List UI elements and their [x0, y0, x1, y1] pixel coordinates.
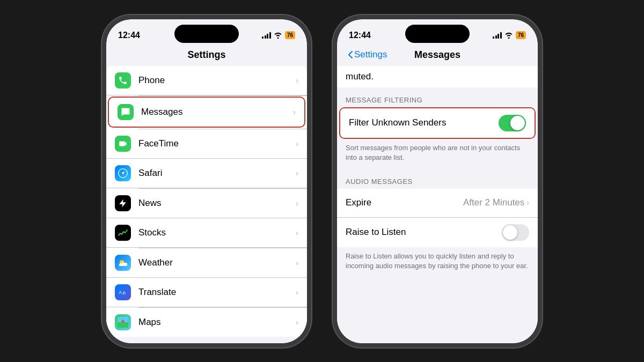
translate-chevron: › [296, 288, 298, 297]
muted-text: muted. [346, 71, 374, 82]
safari-icon [115, 165, 131, 181]
stocks-chevron: › [296, 228, 298, 237]
raise-to-listen-toggle[interactable] [502, 224, 529, 241]
maps-label: Maps [138, 317, 296, 328]
phone-chevron: › [296, 76, 298, 85]
expire-label: Expire [346, 197, 463, 208]
back-button[interactable]: Settings [348, 49, 387, 60]
news-label: News [138, 198, 296, 209]
signal-icon [262, 32, 271, 39]
settings-header: Settings [106, 47, 307, 66]
filter-unknown-row[interactable]: Filter Unknown Senders [340, 108, 535, 138]
settings-item-safari[interactable]: Safari › [106, 159, 307, 188]
facetime-label: FaceTime [138, 138, 296, 149]
wifi-icon [274, 32, 282, 39]
messages-icon [118, 104, 134, 120]
messages-settings-list: muted. MESSAGE FILTERING Filter Unknown … [337, 66, 538, 343]
phone-icon [115, 72, 131, 88]
message-filtering-header: MESSAGE FILTERING [337, 87, 538, 107]
settings-item-maps[interactable]: Maps › [106, 308, 307, 337]
weather-icon [115, 255, 131, 271]
right-phone: 12:44 76 Settings Messages m [333, 15, 542, 348]
weather-chevron: › [296, 258, 298, 267]
messages-chevron: › [293, 108, 296, 116]
dynamic-island-left [174, 25, 239, 43]
filter-unknown-toggle[interactable] [499, 115, 526, 131]
weather-label: Weather [138, 257, 296, 268]
muted-row: muted. [337, 66, 538, 87]
svg-text:あ: あ [122, 291, 126, 295]
safari-label: Safari [138, 168, 296, 179]
news-icon [115, 195, 131, 211]
status-icons-right: 76 [493, 31, 526, 39]
svg-text:A: A [119, 290, 122, 295]
settings-list: Phone › Messages › [106, 66, 307, 343]
time-left: 12:44 [118, 31, 140, 40]
signal-icon-right [493, 32, 502, 39]
messages-label: Messages [141, 107, 293, 117]
stocks-label: Stocks [138, 227, 296, 238]
back-label: Settings [354, 49, 387, 60]
news-chevron: › [296, 199, 298, 208]
messages-title: Messages [414, 49, 460, 61]
status-icons-left: 76 [262, 31, 295, 39]
settings-item-phone[interactable]: Phone › [106, 66, 307, 95]
battery-left: 76 [285, 31, 295, 39]
svg-rect-5 [118, 322, 128, 328]
facetime-icon [115, 136, 131, 152]
expire-chevron: › [526, 198, 529, 207]
expire-value: After 2 Minutes › [463, 197, 529, 208]
filter-description: Sort messages from people who are not in… [337, 139, 538, 169]
settings-item-weather[interactable]: Weather › [106, 248, 307, 278]
translate-icon: Aあ [115, 284, 131, 300]
dynamic-island-right [405, 25, 470, 43]
left-phone: 12:44 76 Settings [102, 15, 311, 348]
right-screen: 12:44 76 Settings Messages m [337, 19, 538, 343]
facetime-chevron: › [296, 139, 298, 148]
settings-title: Settings [187, 49, 225, 60]
raise-to-listen-label: Raise to Listen [346, 227, 406, 238]
audio-messages-header: AUDIO MESSAGES [337, 169, 538, 189]
maps-icon [115, 314, 131, 330]
phone-label: Phone [138, 75, 296, 86]
expire-row[interactable]: Expire After 2 Minutes › [337, 189, 538, 218]
maps-chevron: › [296, 318, 298, 327]
translate-label: Translate [138, 287, 296, 298]
settings-item-messages[interactable]: Messages › [108, 97, 305, 128]
stocks-icon [115, 225, 131, 241]
raise-description: Raise to Listen allows you to quickly li… [337, 247, 538, 277]
messages-nav: Settings Messages [337, 47, 538, 66]
battery-right: 76 [516, 31, 526, 39]
time-right: 12:44 [349, 31, 371, 40]
settings-item-facetime[interactable]: FaceTime › [106, 129, 307, 159]
safari-chevron: › [296, 169, 298, 178]
settings-item-news[interactable]: News › [106, 189, 307, 218]
filter-unknown-card: Filter Unknown Senders [339, 107, 536, 139]
wifi-icon-right [504, 32, 513, 39]
left-screen: 12:44 76 Settings [106, 19, 307, 343]
settings-item-stocks[interactable]: Stocks › [106, 218, 307, 248]
filter-unknown-label: Filter Unknown Senders [349, 117, 446, 128]
settings-item-translate[interactable]: Aあ Translate › [106, 278, 307, 307]
raise-to-listen-row[interactable]: Raise to Listen [337, 218, 538, 247]
